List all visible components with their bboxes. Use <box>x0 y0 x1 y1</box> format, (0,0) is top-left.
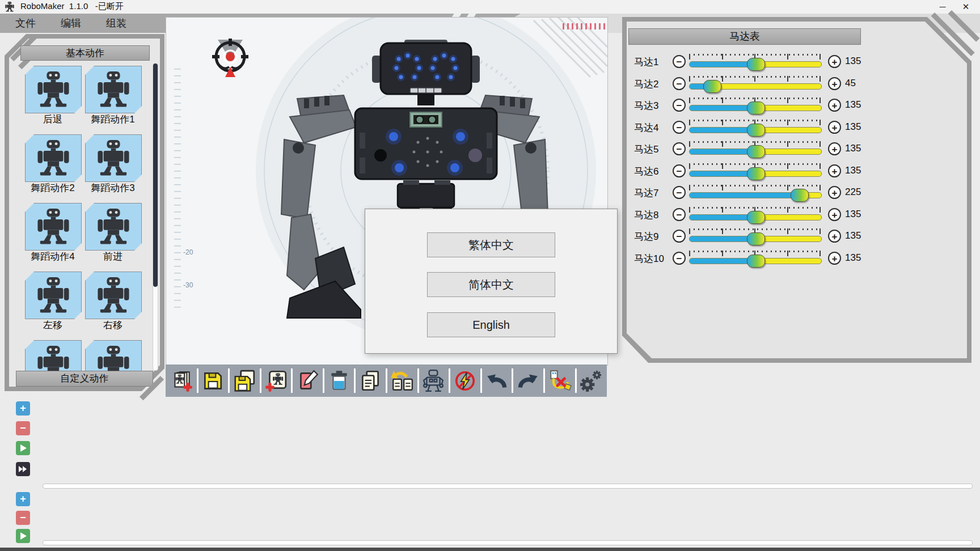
motor-increase-button[interactable]: + <box>828 208 841 221</box>
copy-button[interactable] <box>354 364 386 397</box>
timeline1-fast-forward-button[interactable] <box>16 462 30 476</box>
settings-button[interactable] <box>576 364 607 397</box>
action-label: 舞蹈动作4 <box>19 250 86 263</box>
motor-decrease-button[interactable]: − <box>673 55 686 68</box>
slider-thumb[interactable] <box>747 167 765 180</box>
timeline1-track[interactable] <box>43 484 973 489</box>
motor-value: 135 <box>845 99 861 111</box>
action-tile-dance1[interactable] <box>85 66 142 113</box>
motor-row: 马达4 − + 135 <box>630 119 970 136</box>
motor-slider[interactable] <box>689 105 822 111</box>
action-tile-partial[interactable] <box>85 340 142 371</box>
slider-thumb[interactable] <box>747 58 765 71</box>
action-label: 舞蹈动作3 <box>79 181 146 194</box>
motor-slider[interactable] <box>689 258 822 264</box>
timeline2-play-button[interactable] <box>16 529 30 543</box>
motor-slider[interactable] <box>689 171 822 177</box>
motor-slider[interactable] <box>689 127 822 133</box>
action-tile-backward[interactable] <box>25 66 82 113</box>
slider-thumb[interactable] <box>791 189 809 202</box>
timeline2-remove-button[interactable]: − <box>16 511 30 525</box>
motor-increase-button[interactable]: + <box>828 186 841 199</box>
motor-decrease-button[interactable]: − <box>673 77 686 90</box>
motor-increase-button[interactable]: + <box>828 164 841 177</box>
motor-slider[interactable] <box>689 149 822 155</box>
language-option-traditional-chinese[interactable]: 繁体中文 <box>427 232 555 257</box>
edit-button[interactable] <box>292 364 323 397</box>
usb-disconnect-button[interactable] <box>544 364 576 397</box>
timeline1-remove-button[interactable]: − <box>16 421 30 435</box>
slider-thumb[interactable] <box>747 101 765 115</box>
action-tile-dance4[interactable] <box>25 203 82 251</box>
custom-actions-header[interactable]: 自定义动作 <box>16 371 153 387</box>
motor-decrease-button[interactable]: − <box>673 252 686 265</box>
robot-pose-button[interactable] <box>418 364 450 397</box>
timeline2-add-button[interactable]: + <box>16 492 30 506</box>
slider-thumb[interactable] <box>747 211 765 224</box>
motor-decrease-button[interactable]: − <box>673 208 686 221</box>
power-off-button[interactable] <box>449 364 481 397</box>
motor-slider[interactable] <box>689 83 822 90</box>
save-as-button[interactable] <box>229 364 260 397</box>
slider-thumb[interactable] <box>747 232 765 245</box>
motor-increase-button[interactable]: + <box>828 55 841 68</box>
action-tile-left[interactable] <box>25 272 82 319</box>
action-tile-partial[interactable] <box>25 340 82 371</box>
motor-decrease-button[interactable]: − <box>673 186 686 199</box>
motor-slider[interactable] <box>689 214 822 221</box>
action-tile-right[interactable] <box>85 272 142 319</box>
slider-thumb[interactable] <box>703 80 721 93</box>
paste-icon <box>390 369 414 393</box>
motor-decrease-button[interactable]: − <box>673 230 686 243</box>
motor-increase-button[interactable]: + <box>828 121 841 134</box>
motor-decrease-button[interactable]: − <box>673 164 686 177</box>
undo-button[interactable] <box>481 364 513 397</box>
motor-increase-button[interactable]: + <box>828 142 841 155</box>
motor-increase-button[interactable]: + <box>828 77 841 90</box>
add-action-frame-button[interactable] <box>260 364 292 397</box>
motor-slider[interactable] <box>689 61 822 67</box>
action-tile-forward[interactable] <box>85 203 142 251</box>
language-option-simplified-chinese[interactable]: 简体中文 <box>427 272 555 297</box>
save-icon <box>201 369 225 393</box>
menu-item-file[interactable]: 文件 <box>6 15 45 32</box>
motor-label: 马达8 <box>634 209 658 222</box>
timeline1-add-button[interactable]: + <box>16 401 30 416</box>
action-label: 前进 <box>79 250 146 263</box>
motor-value: 135 <box>845 252 861 264</box>
action-tile-dance2[interactable] <box>25 134 82 182</box>
robot-pose-icon <box>37 277 70 313</box>
action-tile-dance3[interactable] <box>85 134 142 182</box>
motor-decrease-button[interactable]: − <box>673 142 686 155</box>
slider-thumb[interactable] <box>747 124 765 137</box>
motor-slider[interactable] <box>689 192 822 198</box>
app-logo-icon <box>5 2 15 12</box>
motor-increase-button[interactable]: + <box>828 230 841 243</box>
save-button[interactable] <box>197 364 229 397</box>
slider-fill <box>690 236 755 241</box>
paste-button[interactable] <box>386 364 418 397</box>
menu-item-edit[interactable]: 编辑 <box>51 15 91 32</box>
motor-label: 马达1 <box>634 56 658 69</box>
redo-button[interactable] <box>512 364 544 397</box>
close-button[interactable]: ✕ <box>956 0 975 13</box>
language-option-english[interactable]: English <box>427 312 555 337</box>
delete-button[interactable] <box>323 364 355 397</box>
new-action-group-button[interactable] <box>166 364 197 397</box>
action-label: 左移 <box>19 319 86 332</box>
slider-thumb[interactable] <box>747 145 765 158</box>
sidebar-scrollbar-thumb[interactable] <box>153 63 158 287</box>
play-icon <box>19 532 27 540</box>
timeline1-play-button[interactable] <box>16 441 30 455</box>
motor-decrease-button[interactable]: − <box>673 121 686 134</box>
slider-thumb[interactable] <box>747 255 765 268</box>
new-action-group-icon <box>170 369 193 393</box>
motor-decrease-button[interactable]: − <box>673 99 686 112</box>
slider-fill <box>690 128 755 133</box>
motor-increase-button[interactable]: + <box>828 252 841 265</box>
menu-item-assemble[interactable]: 组装 <box>96 15 136 32</box>
minimize-button[interactable]: ─ <box>933 0 952 13</box>
motor-increase-button[interactable]: + <box>828 99 841 112</box>
motor-slider[interactable] <box>689 236 822 242</box>
timeline2-track[interactable] <box>43 540 973 545</box>
